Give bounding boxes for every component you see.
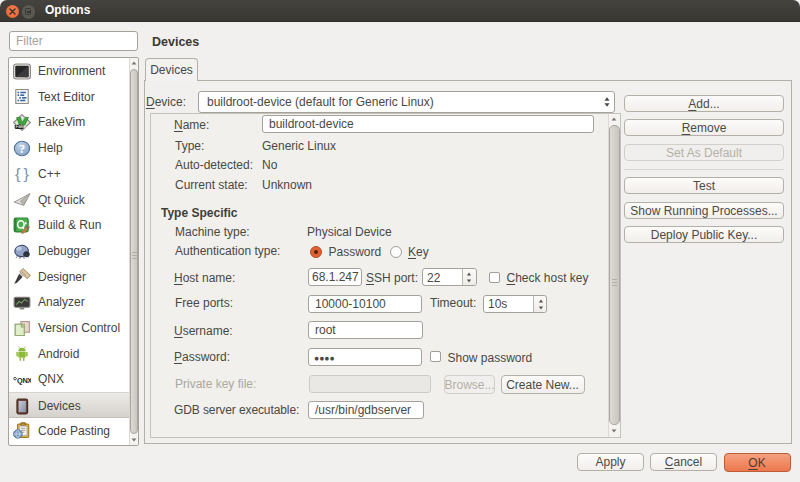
svg-text:Fake: Fake [15, 124, 26, 129]
svg-text:?: ? [18, 142, 24, 156]
svg-text:QNX: QNX [17, 377, 31, 385]
svg-text:{ }: { } [14, 166, 29, 183]
